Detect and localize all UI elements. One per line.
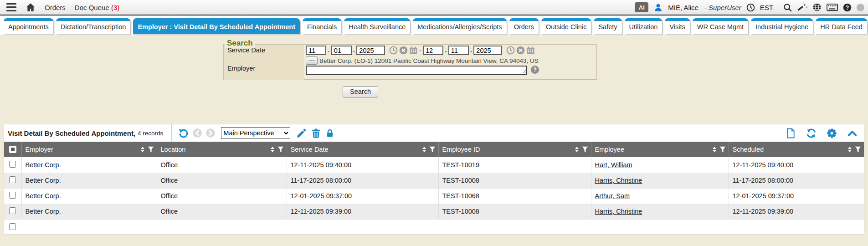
tab-visits[interactable]: Visits — [665, 18, 689, 34]
sort-icon[interactable] — [271, 147, 274, 152]
row-checkbox[interactable] — [9, 192, 16, 199]
tab-utilization[interactable]: Utilization — [625, 18, 663, 34]
employee-link[interactable]: Arthur, Sam — [595, 192, 630, 200]
employee-link[interactable]: Hart, William — [595, 161, 632, 169]
topbar-doc-queue-link[interactable]: Doc Queue (3) — [75, 4, 119, 11]
grid-record-count: 4 records — [138, 130, 163, 137]
table-header-row: Employer Location Service Date Employee … — [4, 142, 864, 157]
employer-selected-value: Better Corp. (EO-1) 12001 Pacific Coast … — [319, 57, 539, 64]
date-to-clear-icon[interactable] — [516, 46, 525, 55]
sort-icon[interactable] — [848, 147, 852, 152]
tab-medications-allergies-scripts[interactable]: Medications/Allergies/Scripts — [413, 18, 506, 34]
date-to-calendar-icon[interactable] — [526, 46, 535, 55]
date-from-day-input[interactable] — [331, 46, 352, 55]
svg-text:?: ? — [846, 4, 849, 10]
hamburger-menu-icon[interactable] — [6, 3, 16, 12]
tab-safety[interactable]: Safety — [594, 18, 621, 34]
employer-collapse-button[interactable]: — — [306, 56, 318, 65]
tab-appointments[interactable]: Appointments — [4, 18, 53, 34]
results-panel: Visit Detail By Scheduled Appointment, 4… — [4, 124, 864, 235]
ai-badge[interactable]: AI — [635, 2, 648, 12]
new-document-icon[interactable] — [786, 128, 796, 138]
user-name: MIE, Alice — [668, 4, 699, 11]
tab-employer-visit-detail[interactable]: Employer : Visit Detail By Scheduled App… — [133, 18, 300, 34]
sort-icon[interactable] — [141, 147, 144, 152]
row-checkbox[interactable] — [9, 161, 16, 168]
perspective-select[interactable]: Main Perspective — [221, 127, 290, 139]
tab-dictation-transcription[interactable]: Dictation/Transcription — [56, 18, 131, 34]
search-legend: Search — [225, 39, 255, 48]
clock-icon[interactable] — [746, 3, 755, 12]
table-row: Better Corp. Office 12-11-2025 09:39:00 … — [4, 204, 864, 219]
employer-help-icon[interactable]: ? — [531, 66, 539, 74]
tab-financials[interactable]: Financials — [303, 18, 341, 34]
select-all-checkbox[interactable] — [9, 146, 16, 153]
grid-title: Visit Detail By Scheduled Appointment, — [8, 129, 135, 137]
delete-perspective-icon[interactable] — [311, 128, 321, 138]
user-icon[interactable] — [653, 3, 663, 12]
table-row: Better Corp. Office 12-11-2025 09:40:00 … — [4, 157, 864, 173]
search-fieldset: Search Service Date - - - - - — [223, 44, 597, 80]
wand-icon[interactable] — [797, 2, 807, 12]
filter-icon[interactable] — [148, 146, 154, 153]
date-to-day-input[interactable] — [448, 46, 469, 55]
column-header-employer: Employer — [21, 142, 157, 157]
lock-perspective-icon[interactable] — [325, 128, 334, 138]
search-icon[interactable] — [783, 3, 792, 12]
grid-toolbar: Visit Detail By Scheduled Appointment, 4… — [4, 124, 864, 142]
table-row: Better Corp. Office 12-01-2025 09:37:00 … — [4, 188, 864, 204]
row-checkbox[interactable] — [9, 176, 16, 183]
tab-health-surveillance[interactable]: Health Surveillance — [344, 18, 410, 34]
tab-hr-data-feed[interactable]: HR Data Feed — [816, 18, 867, 34]
topbar-orders-link[interactable]: Orders — [45, 4, 66, 11]
settings-gear-icon[interactable] — [827, 128, 837, 138]
tab-orders[interactable]: Orders — [509, 18, 539, 34]
filter-icon[interactable] — [719, 146, 726, 153]
sort-icon[interactable] — [422, 147, 426, 152]
tab-outside-clinic[interactable]: Outside Clinic — [541, 18, 591, 34]
collapse-panel-icon[interactable] — [847, 128, 858, 138]
keyboard-icon[interactable] — [827, 3, 838, 11]
date-from-time-icon[interactable] — [389, 46, 398, 55]
employee-link[interactable]: Harris, Christine — [595, 208, 642, 215]
visit-detail-table: Employer Location Service Date Employee … — [4, 142, 864, 220]
date-from-year-input[interactable] — [356, 46, 385, 55]
date-from-clear-icon[interactable] — [399, 46, 408, 55]
column-header-service-date: Service Date — [287, 142, 438, 157]
doc-queue-count-badge: (3) — [111, 4, 119, 11]
tab-wr-case-mgmt[interactable]: WR Case Mgmt — [693, 18, 748, 34]
employee-link[interactable]: Harris, Christine — [595, 177, 642, 184]
date-from-calendar-icon[interactable] — [409, 46, 418, 55]
prev-page-icon[interactable] — [193, 128, 202, 138]
help-icon[interactable]: ? — [843, 3, 852, 12]
date-from-month-input[interactable] — [306, 46, 326, 55]
refresh-icon[interactable] — [806, 128, 817, 138]
date-to-month-input[interactable] — [423, 46, 443, 55]
row-checkbox[interactable] — [9, 207, 16, 214]
column-header-location: Location — [157, 142, 287, 157]
reset-icon[interactable] — [178, 128, 189, 138]
timezone-label: EST — [760, 4, 773, 11]
next-page-icon[interactable] — [206, 128, 215, 138]
top-chrome-bar: Orders Doc Queue (3) AI MIE, Alice - Sup… — [0, 0, 868, 15]
module-tab-bar: Appointments Dictation/Transcription Emp… — [0, 15, 868, 35]
footer-select-checkbox[interactable] — [9, 223, 16, 230]
date-to-year-input[interactable] — [473, 46, 502, 55]
date-to-time-icon[interactable] — [506, 46, 515, 55]
user-role: - SuperUser — [704, 4, 741, 11]
tab-industrial-hygiene[interactable]: Industrial Hygiene — [751, 18, 813, 34]
filter-icon[interactable] — [429, 146, 436, 153]
filter-icon[interactable] — [855, 146, 861, 153]
globe-icon[interactable] — [812, 3, 822, 12]
column-header-scheduled: Scheduled — [729, 142, 864, 157]
search-button[interactable]: Search — [343, 86, 378, 97]
sort-icon[interactable] — [575, 147, 579, 152]
employer-search-input[interactable] — [306, 66, 527, 75]
filter-icon[interactable] — [277, 146, 284, 153]
status-dot-icon — [857, 4, 864, 11]
edit-perspective-icon[interactable] — [296, 128, 307, 138]
sort-icon[interactable] — [713, 147, 716, 152]
filter-icon[interactable] — [582, 146, 588, 153]
home-icon[interactable] — [26, 2, 36, 12]
column-header-employee: Employee — [591, 142, 729, 157]
